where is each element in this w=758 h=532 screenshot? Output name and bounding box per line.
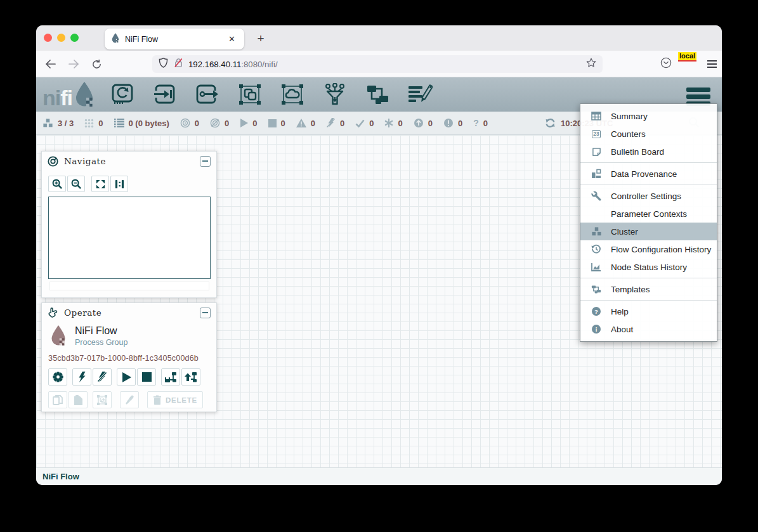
zoom-fit-button[interactable] bbox=[91, 176, 109, 192]
threads-grid-icon bbox=[84, 119, 94, 128]
browser-menu-icon[interactable] bbox=[707, 60, 717, 68]
stop-button[interactable] bbox=[137, 368, 156, 386]
stat-stopped: 0 bbox=[268, 119, 285, 128]
menu-item-flow-configuration-history[interactable]: Flow Configuration History bbox=[580, 240, 717, 258]
bookmark-star-icon[interactable] bbox=[586, 58, 596, 70]
stat-transmitting: 0 bbox=[180, 118, 199, 128]
zoom-actual-size-button[interactable] bbox=[110, 176, 128, 192]
zoom-in-button[interactable] bbox=[48, 176, 66, 192]
menu-item-help[interactable]: ? Help bbox=[580, 302, 717, 320]
stat-sync-failure: ? 0 bbox=[473, 118, 488, 128]
menu-item-templates[interactable]: Templates bbox=[580, 280, 717, 298]
operate-collapse-button[interactable] bbox=[200, 308, 211, 318]
url-text: 192.168.40.11:8080/nifi/ bbox=[188, 60, 586, 69]
breadcrumb-root[interactable]: NiFi Flow bbox=[42, 472, 79, 481]
profile-avatar[interactable]: local bbox=[682, 56, 697, 72]
remote-process-group-component-icon[interactable] bbox=[279, 82, 306, 107]
close-window-button[interactable] bbox=[44, 34, 52, 42]
history-icon bbox=[590, 244, 603, 254]
selection-name: NiFi Flow bbox=[75, 325, 127, 337]
label-component-icon[interactable] bbox=[407, 82, 433, 107]
locally-modified-asterisk-icon bbox=[384, 119, 393, 127]
running-play-icon bbox=[240, 119, 248, 127]
configuration-button[interactable] bbox=[48, 368, 67, 386]
browser-tab[interactable]: NiFi Flow ✕ bbox=[105, 29, 244, 49]
menu-item-summary[interactable]: Summary bbox=[580, 107, 717, 125]
menu-item-parameter-contexts[interactable]: Parameter Contexts bbox=[580, 205, 717, 223]
minimize-window-button[interactable] bbox=[57, 34, 65, 42]
enable-button[interactable] bbox=[72, 368, 91, 386]
counters-icon: 23 bbox=[590, 130, 603, 138]
disabled-bolt-slash-icon bbox=[326, 118, 336, 128]
operate-hand-icon bbox=[48, 307, 58, 318]
template-icon bbox=[590, 285, 603, 294]
url-bar[interactable]: 192.168.40.11:8080/nifi/ bbox=[152, 55, 603, 73]
navigate-collapse-button[interactable] bbox=[200, 156, 211, 167]
stat-invalid: 0 bbox=[296, 119, 315, 128]
funnel-component-icon[interactable] bbox=[322, 82, 348, 107]
new-tab-button[interactable]: + bbox=[252, 30, 269, 47]
input-port-component-icon[interactable] bbox=[152, 82, 178, 107]
shield-permissions-icon[interactable] bbox=[159, 58, 168, 70]
output-port-component-icon[interactable] bbox=[194, 82, 221, 107]
stat-running: 0 bbox=[240, 119, 257, 128]
menu-divider bbox=[580, 162, 717, 163]
menu-item-cluster[interactable]: Cluster bbox=[580, 223, 717, 240]
nifi-logo-drop-icon bbox=[74, 82, 95, 107]
group-button[interactable] bbox=[93, 391, 112, 408]
birdseye-handle[interactable] bbox=[49, 282, 209, 290]
titlebar: NiFi Flow ✕ + bbox=[36, 25, 722, 51]
modified-stale-exclamation-icon bbox=[443, 118, 454, 128]
trash-icon bbox=[153, 395, 162, 405]
delete-button[interactable]: DELETE bbox=[147, 391, 203, 408]
menu-divider bbox=[580, 300, 717, 301]
refresh-icon[interactable] bbox=[545, 118, 556, 128]
bulletin-note-icon bbox=[590, 147, 603, 157]
start-button[interactable] bbox=[117, 368, 136, 386]
stat-active-threads: 0 bbox=[84, 119, 103, 128]
menu-divider bbox=[580, 278, 717, 278]
browser-window: NiFi Flow ✕ + 192.168.40.11:8080/nifi/ l… bbox=[36, 25, 722, 485]
profile-badge: local bbox=[678, 52, 696, 62]
back-button[interactable] bbox=[42, 56, 59, 72]
stale-arrow-up-icon bbox=[414, 118, 424, 128]
menu-item-controller-settings[interactable]: Controller Settings bbox=[580, 187, 717, 205]
stat-queued: 0 (0 bytes) bbox=[114, 119, 169, 128]
zoom-out-button[interactable] bbox=[67, 176, 85, 192]
menu-item-bulletin-board[interactable]: Bulletin Board bbox=[580, 143, 717, 160]
menu-item-about[interactable]: i About bbox=[580, 320, 717, 338]
sync-failure-question-icon: ? bbox=[473, 118, 479, 128]
disable-button[interactable] bbox=[93, 368, 112, 386]
menu-item-data-provenance[interactable]: Data Provenance bbox=[580, 165, 717, 183]
tab-close-icon[interactable]: ✕ bbox=[226, 33, 238, 45]
transmitting-bullseye-icon bbox=[180, 118, 190, 128]
forward-button[interactable] bbox=[65, 56, 82, 72]
insecure-lock-icon[interactable] bbox=[174, 58, 183, 70]
upload-template-button[interactable] bbox=[181, 368, 200, 386]
pocket-icon[interactable] bbox=[660, 57, 672, 71]
cluster-cubes-icon bbox=[42, 118, 53, 128]
processor-component-icon[interactable] bbox=[109, 82, 136, 107]
stopped-square-icon bbox=[268, 119, 277, 127]
maximize-window-button[interactable] bbox=[70, 34, 79, 42]
operate-title: Operate bbox=[64, 308, 194, 318]
color-button[interactable] bbox=[120, 391, 139, 408]
copy-button[interactable] bbox=[48, 391, 67, 408]
birdseye-map[interactable] bbox=[48, 197, 211, 279]
stat-not-transmitting: 0 bbox=[210, 118, 229, 128]
template-component-icon[interactable] bbox=[364, 82, 391, 107]
save-template-button[interactable] bbox=[161, 368, 180, 386]
menu-item-counters[interactable]: 23 Counters bbox=[580, 125, 717, 143]
menu-divider bbox=[580, 185, 717, 185]
reload-button[interactable] bbox=[88, 56, 105, 72]
browser-navbar: 192.168.40.11:8080/nifi/ local bbox=[36, 51, 722, 77]
navigate-title: Navigate bbox=[64, 156, 194, 166]
process-group-component-icon[interactable] bbox=[237, 82, 263, 107]
menu-item-node-status-history[interactable]: Node Status History bbox=[580, 258, 717, 276]
process-group-drop-icon bbox=[49, 325, 67, 347]
paste-button[interactable] bbox=[69, 391, 88, 408]
area-chart-icon bbox=[590, 263, 603, 271]
summary-table-icon bbox=[590, 112, 603, 120]
stat-up-to-date: 0 bbox=[355, 119, 374, 128]
breadcrumb-bar: NiFi Flow bbox=[36, 467, 722, 485]
